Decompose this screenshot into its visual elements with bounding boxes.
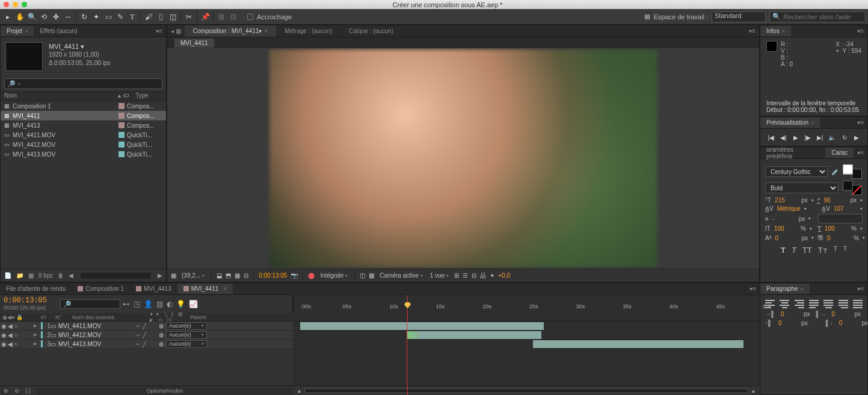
bpc-toggle[interactable]: 8 bpc — [38, 272, 53, 279]
justify-right-btn[interactable] — [839, 300, 848, 308]
space-after-input[interactable] — [839, 320, 856, 326]
grid-icon[interactable]: ▦ — [235, 272, 240, 279]
close-icon[interactable]: × — [782, 28, 785, 34]
search-help-input[interactable] — [783, 13, 863, 20]
solo-toggle-icon[interactable]: ○ — [14, 323, 17, 329]
trash-icon[interactable]: 🗑 — [58, 272, 64, 279]
camera-xy-tool[interactable]: ✥ — [51, 11, 61, 22]
type-tool[interactable]: T — [127, 11, 138, 22]
tab-effects[interactable]: Effets (aucun) — [34, 26, 83, 36]
rotation-tool[interactable]: ↻ — [79, 11, 90, 22]
timeline-tab[interactable]: Composition 1 — [72, 284, 130, 294]
layer-row[interactable]: ◉◀○ ▶2 ▭MVI_4412.MOV ─╱ ⊚Aucun(e)▾ — [0, 331, 293, 340]
timecode-display[interactable]: 0:00:13:05 — [259, 272, 287, 279]
transparency-icon[interactable]: ▩ — [369, 272, 374, 279]
search-help[interactable]: 🔍 — [769, 11, 866, 22]
twirl-icon[interactable]: ▶ — [34, 332, 37, 337]
baseline-input[interactable] — [775, 235, 798, 241]
eraser-tool[interactable]: ◫ — [167, 11, 178, 22]
indent-left-input[interactable] — [781, 311, 798, 317]
panel-menu-icon[interactable]: ▾≡ — [152, 28, 166, 34]
res-down-icon[interactable]: ⬓ — [217, 272, 222, 279]
tab-preview[interactable]: Prévisualisation× — [760, 117, 820, 128]
selection-tool[interactable]: ▸ — [2, 11, 13, 22]
camera-dropdown[interactable]: Caméra active▾ — [378, 272, 424, 279]
toggle-switches-icon[interactable]: ⊕ — [4, 388, 8, 394]
font-style-select[interactable]: Bold — [765, 182, 839, 193]
align-right-btn[interactable] — [795, 300, 804, 308]
puppet-tool[interactable]: 📌 — [200, 11, 211, 22]
audio-toggle-icon[interactable]: ◀ — [8, 332, 13, 338]
twirl-icon[interactable]: ▶ — [34, 323, 37, 328]
exposure-value[interactable]: +0,0 — [498, 272, 510, 279]
viewer-nav-icons[interactable]: ◂ ▦ — [167, 25, 185, 37]
workspace-select[interactable]: Standard — [712, 11, 766, 22]
zoom-tool[interactable]: 🔍 — [26, 11, 37, 22]
layer-row[interactable]: ◉◀○ ▶3 ▭MVI_4413.MOV ─╱ ⊚Aucun(e)▾ — [0, 340, 293, 349]
ram-preview-btn[interactable]: ▶ — [852, 132, 861, 142]
justify-center-btn[interactable] — [823, 300, 833, 308]
faux-bold-btn[interactable]: T — [781, 246, 786, 255]
switch-icon[interactable]: ─ — [135, 332, 140, 338]
workspace-icon[interactable]: ▦ — [644, 13, 650, 20]
solo-toggle-icon[interactable]: ○ — [14, 341, 17, 347]
play-btn[interactable]: ▶ — [791, 132, 801, 142]
fast-preview-icon[interactable]: ☰ — [463, 272, 468, 279]
tab-presets[interactable]: aramètres prédéfinis — [760, 146, 825, 161]
next-frame-btn[interactable]: |▶ — [803, 132, 813, 142]
active-comp-tab[interactable]: MVI_4411 — [174, 39, 214, 48]
twirl-icon[interactable]: ▶ — [34, 341, 37, 346]
switch-icon[interactable]: ╱ — [143, 332, 146, 338]
zoom-slider[interactable] — [304, 388, 748, 393]
clone-tool[interactable]: ⌷ — [155, 11, 166, 22]
minimize-window-btn[interactable] — [13, 2, 18, 7]
layer-bar-transition[interactable] — [407, 331, 421, 339]
panel-menu-icon[interactable]: ▾≡ — [854, 285, 867, 292]
timeline-tab[interactable]: MVI_4413 — [130, 284, 177, 294]
tsume-input[interactable] — [827, 235, 850, 241]
col-source-name[interactable]: Nom des sources — [72, 314, 144, 320]
viewer-tab-footage[interactable]: Métrage : (aucun) — [276, 25, 340, 37]
switch-icon[interactable]: ─ — [135, 323, 140, 329]
reset-exposure-icon[interactable]: ✦ — [490, 272, 494, 279]
pickwhip-icon[interactable]: ⊚ — [159, 332, 164, 338]
project-item[interactable]: ▭MVI_4411.MOVQuickTi... — [1, 130, 166, 140]
project-item[interactable]: ▭MVI_4413.MOVQuickTi... — [1, 149, 166, 159]
leading-input[interactable] — [823, 197, 846, 204]
brainstorm-icon[interactable]: 💡 — [176, 300, 185, 308]
layers-list[interactable]: ◉◀○ ▶1 ▭MVI_4411.MOV ─╱ ⊚Aucun(e)▾◉◀○ ▶2… — [0, 322, 293, 385]
close-icon[interactable]: × — [800, 286, 803, 292]
snapshot-icon[interactable]: 📷 — [291, 272, 298, 279]
mute-btn[interactable]: 🔈 — [827, 132, 837, 142]
fill-stroke-swatch[interactable] — [843, 164, 862, 179]
pen-tool[interactable]: ✎ — [115, 11, 126, 22]
frame-blend-icon[interactable]: ▥ — [156, 300, 163, 308]
tab-paragraph[interactable]: Paragraphe× — [760, 284, 810, 294]
vscale-input[interactable] — [774, 225, 797, 232]
audio-toggle-icon[interactable]: ◀ — [8, 341, 13, 347]
parent-dropdown[interactable]: Aucun(e)▾ — [166, 340, 207, 348]
superscript-btn[interactable]: T — [834, 246, 837, 255]
subscript-btn[interactable]: T — [843, 246, 847, 255]
roi-icon[interactable]: ◫ — [360, 272, 365, 279]
always-preview-icon[interactable]: ▦ — [171, 272, 176, 279]
justify-left-btn[interactable] — [809, 300, 819, 308]
switch-icon[interactable]: ╱ — [143, 323, 146, 329]
font-size-input[interactable] — [775, 197, 798, 204]
layer-bar[interactable] — [300, 322, 544, 330]
timeline-tab[interactable]: MVI_4411× — [177, 284, 233, 294]
axis-mode-2[interactable]: ⊟ — [228, 11, 239, 22]
close-window-btn[interactable] — [4, 2, 9, 7]
camera-z-tool[interactable]: ↔ — [63, 11, 73, 22]
resolution-dropdown[interactable]: Intégrale▾ — [318, 272, 349, 279]
axis-mode[interactable]: ⊞ — [216, 11, 227, 22]
video-toggle-icon[interactable]: ◉ — [1, 332, 7, 338]
viewport[interactable] — [167, 48, 759, 269]
graph-editor-icon[interactable]: 📈 — [189, 300, 198, 308]
pickwhip-icon[interactable]: ⊚ — [159, 341, 164, 347]
switch-icon[interactable]: ╱ — [143, 341, 146, 347]
tab-project[interactable]: Projet× — [1, 26, 34, 36]
pixel-aspect-icon[interactable]: ⊞ — [454, 272, 459, 279]
options-modes-toggle[interactable]: Options/modes — [37, 387, 293, 395]
close-icon[interactable]: × — [811, 120, 814, 126]
